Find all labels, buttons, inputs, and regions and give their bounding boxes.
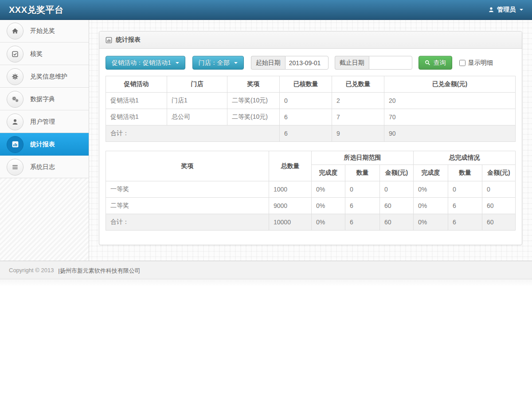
chevron-down-icon (176, 62, 179, 64)
end-date-group: 截止日期 (335, 56, 412, 70)
sidebar-item-label: 用户管理 (30, 118, 55, 126)
sidebar-item-user-management[interactable]: 用户管理 (0, 110, 89, 133)
user-icon (488, 7, 494, 13)
table-header-row: 奖项 总数量 所选日期范围 总完成情况 (106, 151, 516, 165)
table-cell: 0 (448, 181, 482, 198)
search-button-label: 查询 (434, 59, 446, 67)
table-cell: 一等奖 (106, 181, 269, 198)
column-header: 数量 (345, 165, 380, 181)
user-menu[interactable]: 管理员 (488, 6, 523, 14)
footer: Copyright © 2013 |扬州市新元素软件科技有限公司 (0, 261, 532, 286)
sidebar-item-label: 系统日志 (30, 163, 55, 171)
redeem-summary-table: 促销活动 门店 奖项 已核数量 已兑数量 已兑金额(元) 促销活动1 门店1 二 (106, 76, 516, 142)
copyright-text: Copyright © 2013 (9, 267, 54, 275)
table-cell: 6 (345, 214, 380, 231)
table-cell: 0% (414, 198, 448, 214)
user-icon (7, 113, 23, 130)
table-cell: 60 (380, 198, 414, 214)
home-icon (7, 23, 23, 39)
table-cell: 6 (280, 125, 332, 142)
sidebar-item-label: 开始兑奖 (30, 27, 55, 35)
sidebar-item-data-dictionary[interactable]: 数据字典 (0, 88, 89, 110)
column-header: 完成度 (414, 165, 448, 181)
table-cell: 0% (312, 214, 345, 231)
table-row: 一等奖 1000 0% 0 0 0% 0 0 (106, 181, 516, 198)
chevron-down-icon (520, 9, 523, 11)
show-detail-option[interactable]: 显示明细 (459, 59, 493, 67)
cogs-icon (7, 91, 23, 108)
column-header: 促销活动 (106, 76, 167, 93)
total-label-cell: 合计： (106, 125, 280, 142)
search-button[interactable]: 查询 (419, 56, 452, 70)
gear-icon (7, 68, 23, 85)
column-header: 完成度 (312, 165, 345, 181)
table-cell: 二等奖(10元) (227, 109, 280, 125)
chevron-down-icon (234, 62, 238, 64)
app-title: XXX兑奖平台 (9, 4, 64, 16)
bar-chart-icon (106, 37, 112, 43)
table-cell: 7 (332, 109, 384, 125)
report-panel: 统计报表 促销活动：促销活动1 门店：全部 起始日期 (99, 31, 522, 245)
column-header: 金额(元) (482, 165, 516, 181)
sidebar-item-system-log[interactable]: 系统日志 (0, 156, 89, 178)
table-header-row: 促销活动 门店 奖项 已核数量 已兑数量 已兑金额(元) (106, 76, 516, 93)
sidebar: 开始兑奖 核奖 兑奖信息维护 数据字典 用户管理 (0, 20, 89, 261)
table-cell: 门店1 (167, 93, 227, 109)
column-header: 门店 (167, 76, 227, 93)
filter-toolbar: 促销活动：促销活动1 门店：全部 起始日期 截止日期 (106, 56, 516, 70)
column-header: 已兑数量 (332, 76, 384, 93)
end-date-label: 截止日期 (335, 56, 369, 70)
sidebar-item-label: 核奖 (30, 50, 43, 58)
table-cell: 总公司 (167, 109, 227, 125)
panel-header: 统计报表 (99, 31, 522, 49)
sidebar-filler (0, 178, 89, 261)
prize-progress-table: 奖项 总数量 所选日期范围 总完成情况 完成度 数量 金额(元) 完成度 数量 … (106, 151, 516, 231)
column-header: 已核数量 (280, 76, 332, 93)
search-icon (425, 60, 430, 66)
sidebar-item-label: 统计报表 (30, 141, 55, 149)
table-cell: 70 (384, 109, 516, 125)
table-row: 二等奖 9000 0% 6 60 0% 6 60 (106, 198, 516, 214)
table-cell: 90 (384, 125, 516, 142)
store-dropdown[interactable]: 门店：全部 (192, 56, 244, 70)
show-detail-checkbox[interactable] (459, 60, 466, 66)
panel-body: 促销活动：促销活动1 门店：全部 起始日期 截止日期 (99, 49, 522, 245)
table-cell: 0% (414, 181, 448, 198)
table-cell: 60 (380, 214, 414, 231)
table-cell: 0% (414, 214, 448, 231)
end-date-input[interactable] (369, 56, 412, 70)
column-header: 金额(元) (380, 165, 414, 181)
column-group-header: 总完成情况 (414, 151, 516, 165)
table-cell: 6 (280, 109, 332, 125)
table-cell: 2 (332, 93, 384, 109)
sidebar-item-label: 数据字典 (30, 95, 55, 103)
sidebar-item-redeem-info[interactable]: 兑奖信息维护 (0, 65, 89, 88)
table-cell: 0 (380, 181, 414, 198)
list-icon (7, 159, 23, 176)
start-date-group: 起始日期 (251, 56, 329, 70)
table-cell: 60 (482, 214, 516, 231)
bar-chart-icon (7, 136, 23, 153)
user-name: 管理员 (497, 6, 516, 14)
sidebar-item-start-redeem[interactable]: 开始兑奖 (0, 20, 89, 43)
table-cell: 0 (482, 181, 516, 198)
top-navbar: XXX兑奖平台 管理员 (0, 0, 532, 20)
table-cell: 6 (345, 198, 380, 214)
column-header: 已兑金额(元) (384, 76, 516, 93)
promo-activity-dropdown[interactable]: 促销活动：促销活动1 (106, 56, 185, 70)
store-dropdown-label: 门店：全部 (199, 59, 230, 67)
table-cell: 二等奖(10元) (227, 93, 280, 109)
table-cell: 0% (312, 198, 345, 214)
column-header: 总数量 (269, 151, 312, 181)
table-cell: 1000 (269, 181, 312, 198)
total-row: 合计： 10000 0% 6 60 0% 6 60 (106, 214, 516, 231)
sidebar-item-statistics-report[interactable]: 统计报表 (0, 133, 89, 156)
start-date-label: 起始日期 (251, 56, 285, 70)
sidebar-item-verify-prize[interactable]: 核奖 (0, 43, 89, 65)
table-cell: 0 (345, 181, 380, 198)
main-content: 统计报表 促销活动：促销活动1 门店：全部 起始日期 (89, 20, 532, 261)
start-date-input[interactable] (285, 56, 329, 70)
footer-text-row: Copyright © 2013 |扬州市新元素软件科技有限公司 (0, 261, 532, 279)
total-label-cell: 合计： (106, 214, 269, 231)
table-cell: 9000 (269, 198, 312, 214)
